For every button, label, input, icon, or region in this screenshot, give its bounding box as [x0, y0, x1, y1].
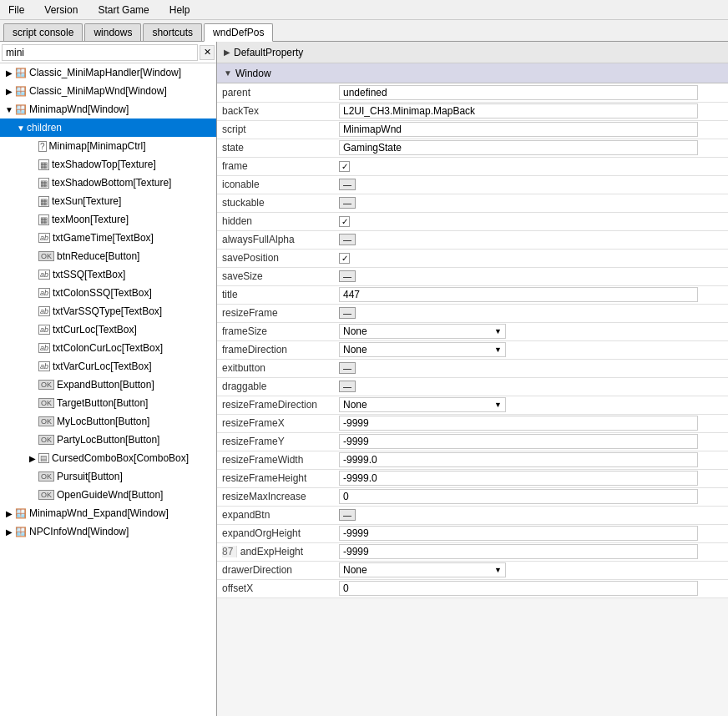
tab-shortcuts[interactable]: shortcuts [143, 23, 202, 41]
prop-value-saveposition[interactable] [334, 249, 728, 267]
prop-dash-expandbtn[interactable]: — [339, 509, 356, 521]
prop-value-resizeframey[interactable] [334, 432, 728, 451]
prop-dash-alwaysfullalpha[interactable]: — [339, 234, 356, 245]
tree-item-openguidewnd[interactable]: OK OpenGuideWnd[Button] [0, 486, 216, 504]
prop-input-resizeframex[interactable] [339, 416, 698, 431]
prop-input-resizemaxincrease[interactable] [339, 489, 698, 504]
menu-help[interactable]: Help [164, 3, 195, 18]
expand-icon-minimapwnd-expand[interactable]: ▶ [3, 509, 15, 518]
tab-wnddefpos[interactable]: wndDefPos [204, 23, 273, 42]
subsection-expand-arrow[interactable]: ▼ [224, 68, 232, 78]
prop-input-resizeframeheight[interactable] [339, 471, 698, 486]
search-input[interactable] [2, 44, 198, 61]
tree-item-pursuit[interactable]: OK Pursuit[Button] [0, 467, 216, 486]
prop-value-resizeframewidth[interactable] [334, 451, 728, 469]
tree-item-cursedcombo[interactable]: ▶ ▤ CursedComboBox[ComboBox] [0, 449, 216, 467]
expand-icon-children[interactable]: ▼ [15, 124, 27, 133]
prop-dropdown-drawerdirection[interactable]: None ▼ [339, 562, 506, 577]
prop-value-andexpheight[interactable] [334, 542, 728, 561]
prop-value-framedirection[interactable]: None ▼ [334, 340, 728, 359]
menu-file[interactable]: File [3, 3, 29, 18]
prop-value-framesize[interactable]: None ▼ [334, 322, 728, 340]
menu-version[interactable]: Version [39, 3, 83, 18]
prop-value-resizeframeheight[interactable] [334, 469, 728, 487]
tree-item-classic2[interactable]: ▶ 🪟 Classic_MiniMapWnd[Window] [0, 82, 216, 100]
expand-icon-minimapwnd[interactable]: ▼ [3, 105, 15, 114]
prop-value-stuckable[interactable]: — [334, 194, 728, 212]
prop-input-state[interactable] [339, 140, 698, 155]
search-clear-button[interactable]: ✕ [200, 45, 215, 60]
prop-input-andexpheight[interactable] [339, 544, 698, 559]
prop-dash-exitbutton[interactable]: — [339, 362, 356, 374]
prop-input-parent[interactable] [339, 85, 698, 100]
properties-scroll[interactable]: parent backTex script [217, 83, 728, 716]
prop-value-expandorgheight[interactable] [334, 524, 728, 542]
prop-input-backtex[interactable] [339, 103, 698, 118]
prop-value-parent[interactable] [334, 83, 728, 102]
tree-container[interactable]: ▶ 🪟 Classic_MiniMapHandler[Window] ▶ 🪟 C… [0, 63, 216, 716]
tree-item-partylocbutton[interactable]: OK PartyLocButton[Button] [0, 431, 216, 449]
prop-value-hidden[interactable] [334, 212, 728, 230]
tree-item-txtvarssqtype[interactable]: ab txtVarSSQType[TextBox] [0, 302, 216, 320]
prop-dropdown-framedirection[interactable]: None ▼ [339, 342, 506, 357]
tree-item-mylocbutton[interactable]: OK MyLocButton[Button] [0, 412, 216, 431]
expand-icon-npcinfownd[interactable]: ▶ [3, 527, 15, 537]
prop-value-drawerdirection[interactable]: None ▼ [334, 561, 728, 579]
tree-item-minimap[interactable]: ? Minimap[MinimapCtrl] [0, 137, 216, 155]
prop-checkbox-hidden[interactable] [339, 216, 350, 227]
prop-dash-stuckable[interactable]: — [339, 197, 356, 209]
tree-item-minimapwnd-expand[interactable]: ▶ 🪟 MinimapWnd_Expand[Window] [0, 504, 216, 522]
tree-item-children[interactable]: ▼ children [0, 118, 216, 137]
prop-dash-savesize[interactable]: — [339, 270, 356, 282]
expand-icon-cursedcombo[interactable]: ▶ [27, 454, 38, 463]
prop-input-offsetx[interactable] [339, 581, 698, 596]
tree-item-texsun[interactable]: ▦ texSun[Texture] [0, 192, 216, 210]
prop-dash-iconable[interactable]: — [339, 179, 356, 190]
prop-value-draggable[interactable]: — [334, 377, 728, 396]
prop-dropdown-resizeframedirection[interactable]: None ▼ [339, 397, 506, 412]
tree-item-texshadowbottom[interactable]: ▦ texShadowBottom[Texture] [0, 174, 216, 192]
prop-value-iconable[interactable]: — [334, 175, 728, 194]
tree-item-texshadowtop[interactable]: ▦ texShadowTop[Texture] [0, 155, 216, 174]
prop-value-resizeframedirection[interactable]: None ▼ [334, 396, 728, 414]
prop-value-savesize[interactable]: — [334, 267, 728, 285]
prop-dash-resizeframe[interactable]: — [339, 307, 356, 319]
prop-value-exitbutton[interactable]: — [334, 359, 728, 377]
tree-item-npcinfownd[interactable]: ▶ 🪟 NPCInfoWnd[Window] [0, 522, 216, 541]
tree-item-texmoon[interactable]: ▦ texMoon[Texture] [0, 210, 216, 229]
prop-value-offsetx[interactable] [334, 579, 728, 598]
prop-value-resizeframe[interactable]: — [334, 304, 728, 322]
tree-item-targetbutton[interactable]: OK TargetButton[Button] [0, 394, 216, 412]
tree-item-txtcolonssq[interactable]: ab txtColonSSQ[TextBox] [0, 284, 216, 302]
tab-windows[interactable]: windows [84, 23, 141, 41]
prop-value-state[interactable] [334, 139, 728, 157]
prop-value-resizemaxincrease[interactable] [334, 487, 728, 506]
expand-icon-classic2[interactable]: ▶ [3, 87, 15, 96]
menu-start-game[interactable]: Start Game [93, 3, 154, 18]
prop-checkbox-saveposition[interactable] [339, 253, 350, 264]
prop-dropdown-framesize[interactable]: None ▼ [339, 324, 506, 339]
prop-value-alwaysfullalpha[interactable]: — [334, 230, 728, 249]
prop-value-title[interactable] [334, 285, 728, 304]
prop-input-expandorgheight[interactable] [339, 526, 698, 541]
section-expand-arrow[interactable]: ▶ [224, 48, 230, 57]
prop-input-resizeframewidth[interactable] [339, 452, 698, 467]
tree-item-txtgametime[interactable]: ab txtGameTime[TextBox] [0, 229, 216, 247]
prop-value-backtex[interactable] [334, 102, 728, 120]
tree-item-btnreduce[interactable]: OK btnReduce[Button] [0, 247, 216, 265]
prop-checkbox-frame[interactable] [339, 161, 350, 172]
expand-icon-classic1[interactable]: ▶ [3, 68, 15, 78]
prop-input-resizeframey[interactable] [339, 434, 698, 449]
prop-dash-draggable[interactable]: — [339, 381, 356, 392]
tree-item-txtvarcurloc[interactable]: ab txtVarCurLoc[TextBox] [0, 357, 216, 376]
prop-input-script[interactable] [339, 122, 698, 137]
prop-value-resizeframex[interactable] [334, 414, 728, 432]
prop-value-script[interactable] [334, 120, 728, 139]
tree-item-txtcoloncurloc[interactable]: ab txtColonCurLoc[TextBox] [0, 339, 216, 357]
tree-item-minimapwnd[interactable]: ▼ 🪟 MinimapWnd[Window] [0, 100, 216, 118]
prop-value-frame[interactable] [334, 157, 728, 175]
prop-value-expandbtn[interactable]: — [334, 506, 728, 524]
prop-input-title[interactable] [339, 287, 698, 302]
tree-item-txtssq[interactable]: ab txtSSQ[TextBox] [0, 265, 216, 284]
tab-script-console[interactable]: script console [3, 23, 83, 41]
